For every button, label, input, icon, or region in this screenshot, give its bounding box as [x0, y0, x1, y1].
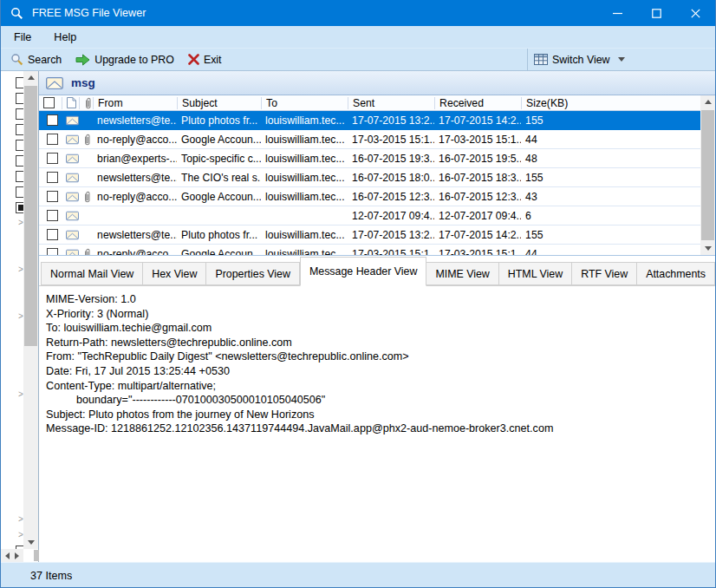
- close-button[interactable]: [676, 0, 715, 26]
- exit-icon: [188, 54, 199, 65]
- view-tab[interactable]: Hex View: [143, 262, 206, 285]
- mail-checkbox[interactable]: [39, 111, 62, 129]
- tree-item[interactable]: > mbs: [1, 293, 23, 309]
- tree-item[interactable]: > xml pad files: [1, 496, 23, 512]
- tree-checkbox[interactable]: [16, 77, 23, 88]
- tree-checkbox[interactable]: [16, 124, 23, 135]
- attachment-column-icon[interactable]: [79, 97, 93, 109]
- view-tab[interactable]: RTF View: [572, 262, 637, 285]
- tree-checkbox[interactable]: [16, 171, 23, 182]
- menu-help[interactable]: Help: [54, 31, 76, 43]
- tree-checkbox[interactable]: [16, 93, 23, 104]
- tree-item[interactable]: > one: [1, 371, 23, 387]
- menu-file[interactable]: File: [14, 31, 31, 43]
- minimize-button[interactable]: [598, 0, 637, 26]
- switch-view-button[interactable]: Switch View: [527, 49, 715, 70]
- tree-checkbox[interactable]: [16, 202, 23, 213]
- tree-checkbox[interactable]: [16, 108, 23, 120]
- tree-item[interactable]: > ProgramData: [1, 184, 23, 199]
- view-tab[interactable]: Normal Mail View: [41, 262, 143, 285]
- mail-from: no-reply@acco...: [93, 245, 177, 255]
- tree-item[interactable]: > 2016-emails: [1, 215, 23, 231]
- maximize-button[interactable]: [637, 0, 676, 26]
- tree-item[interactable]: > pdf: [1, 418, 23, 434]
- tree-item[interactable]: > docx: [1, 231, 23, 246]
- mail-icon: [62, 130, 79, 148]
- tree-horizontal-scrollbar[interactable]: [1, 549, 23, 562]
- tree-item[interactable]: > TGZ: [1, 449, 23, 465]
- tree-item[interactable]: > Intel: [1, 106, 23, 121]
- mail-row[interactable]: newsletters@te... Pluto photos fr... lou…: [39, 111, 700, 130]
- tree-item[interactable]: > vCard: [1, 465, 23, 480]
- scroll-down-icon[interactable]: [700, 242, 715, 255]
- mail-sent: 17-07-2015 13:2...: [348, 225, 434, 244]
- tree-checkbox[interactable]: [16, 140, 23, 151]
- mail-row[interactable]: newsletters@te... Pluto photos fr... lou…: [39, 225, 700, 245]
- tree-item[interactable]: > PerfLogs: [1, 137, 23, 153]
- tree-vertical-scrollbar[interactable]: [23, 71, 38, 549]
- mail-checkbox[interactable]: [39, 168, 62, 186]
- tree-item[interactable]: > OneDriveTemp: [1, 121, 23, 137]
- mail-checkbox[interactable]: [39, 245, 62, 255]
- column-size[interactable]: Size(KB): [521, 97, 608, 109]
- mail-checkbox[interactable]: [39, 149, 62, 167]
- tree-item[interactable]: > SWSETUP: [1, 543, 23, 549]
- mail-row[interactable]: no-reply@acco... Google Accoun... louisw…: [39, 187, 700, 206]
- tree-item[interactable]: > pst: [1, 434, 23, 449]
- column-to[interactable]: To: [261, 97, 348, 109]
- mail-icon: [62, 206, 79, 225]
- tree-item[interactable]: > mbox: [1, 278, 23, 293]
- tree-scroll-thumb[interactable]: [24, 86, 37, 346]
- upgrade-icon: [75, 54, 90, 66]
- scroll-down-icon[interactable]: [23, 536, 38, 549]
- column-subject[interactable]: Subject: [177, 97, 261, 109]
- mail-checkbox[interactable]: [39, 225, 62, 244]
- view-tab[interactable]: Properties View: [206, 262, 300, 285]
- tree-item[interactable]: > zimbra tgz: [1, 512, 23, 527]
- tree-item[interactable]: > ost: [1, 387, 23, 402]
- mail-row[interactable]: newsletters@te... The CIO's real s... lo…: [39, 168, 700, 187]
- mail-checkbox[interactable]: [39, 187, 62, 206]
- tree-item[interactable]: > EMLX: [1, 262, 23, 278]
- view-tab[interactable]: Attachments: [637, 262, 715, 285]
- mail-row[interactable]: brian@experts-... Topic-specific c... lo…: [39, 149, 700, 168]
- mail-checkbox[interactable]: [39, 130, 62, 148]
- tree-item[interactable]: > olm: [1, 356, 23, 371]
- scroll-up-icon[interactable]: [700, 95, 715, 108]
- tree-item[interactable]: > Outlook for: [1, 402, 23, 418]
- tree-item[interactable]: > nsf: [1, 340, 23, 356]
- tree-item[interactable]: > EML: [1, 246, 23, 262]
- mail-row[interactable]: no-reply@acco... Google Accoun... louisw…: [39, 130, 700, 149]
- tree-item[interactable]: > xls: [1, 480, 23, 496]
- mail-row[interactable]: no-reply@acco... Google Accoun... louisw…: [39, 245, 700, 255]
- view-tab[interactable]: MIME View: [426, 262, 498, 285]
- tree-item[interactable]: > HP: [1, 75, 23, 90]
- tree-item[interactable]: > Sample: [1, 199, 23, 215]
- list-scroll-thumb[interactable]: [701, 110, 714, 240]
- search-button[interactable]: Search: [6, 51, 66, 68]
- mail-row[interactable]: 12-07-2017 09:4... 12-07-2017 09:4... 6: [39, 206, 700, 225]
- tree-item[interactable]: > msg: [1, 324, 23, 340]
- exit-button[interactable]: Exit: [184, 52, 226, 68]
- scroll-up-icon[interactable]: [23, 71, 38, 84]
- attachment-icon: [79, 187, 93, 206]
- mail-checkbox[interactable]: [39, 206, 62, 225]
- view-tab[interactable]: HTML View: [499, 262, 572, 285]
- scroll-right-icon[interactable]: [10, 549, 23, 562]
- tree-item[interactable]: > Program Files (x: [1, 168, 23, 184]
- column-received[interactable]: Received: [434, 97, 521, 109]
- tree-item[interactable]: > zip: [1, 527, 23, 543]
- read-state-icon[interactable]: [62, 97, 79, 109]
- column-from[interactable]: From: [93, 97, 177, 109]
- tree-checkbox[interactable]: [16, 155, 23, 167]
- tree-checkbox[interactable]: [16, 186, 23, 198]
- tree-item[interactable]: > MJ Data.olm: [1, 309, 23, 324]
- tree-item[interactable]: > Program Files: [1, 153, 23, 168]
- list-vertical-scrollbar[interactable]: [700, 95, 715, 255]
- select-all-checkbox[interactable]: [39, 97, 62, 109]
- column-sent[interactable]: Sent: [348, 97, 434, 109]
- view-tab[interactable]: Message Header View: [300, 257, 426, 286]
- upgrade-to-pro-button[interactable]: Upgrade to PRO: [71, 52, 179, 68]
- tree-item[interactable]: > inetpub: [1, 90, 23, 106]
- view-tabs: Normal Mail ViewHex ViewProperties ViewM…: [39, 256, 715, 286]
